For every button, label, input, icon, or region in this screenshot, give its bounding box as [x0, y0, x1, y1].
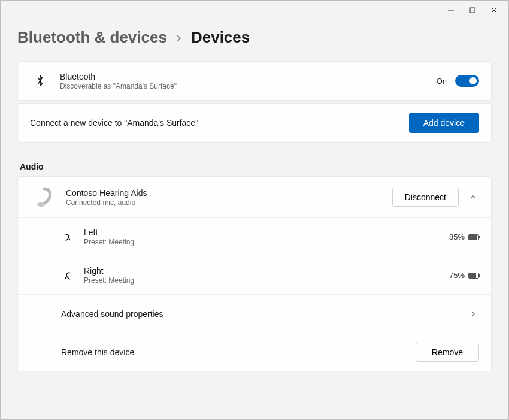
battery-fill — [469, 235, 477, 240]
svg-point-5 — [69, 238, 70, 240]
section-audio-label: Audio — [20, 162, 492, 171]
battery-icon — [468, 234, 479, 240]
bluetooth-sub: Discoverable as "Amanda's Surface" — [60, 82, 427, 90]
window-titlebar — [1, 1, 508, 20]
minimize-button[interactable] — [440, 2, 462, 19]
left-ear-label: Left — [84, 228, 440, 237]
svg-rect-1 — [470, 8, 475, 13]
bluetooth-state-label: On — [437, 77, 447, 86]
add-device-button[interactable]: Add device — [409, 113, 479, 133]
svg-point-6 — [65, 277, 66, 278]
hearing-aid-icon — [30, 185, 56, 209]
right-ear-row: Right Preset: Meeting 75% — [18, 256, 491, 294]
advanced-sound-row[interactable]: Advanced sound properties — [18, 294, 491, 333]
svg-point-4 — [37, 202, 44, 207]
advanced-sound-label: Advanced sound properties — [61, 309, 458, 319]
bluetooth-title: Bluetooth — [60, 72, 427, 81]
left-ear-row: Left Preset: Meeting 85% — [18, 217, 491, 256]
add-device-card: Connect a new device to "Amanda's Surfac… — [17, 103, 492, 143]
close-button[interactable] — [483, 2, 505, 19]
breadcrumb: Bluetooth & devices Devices — [17, 28, 492, 47]
left-battery-label: 85% — [449, 232, 465, 241]
page-title: Devices — [191, 28, 250, 47]
remove-device-row: Remove this device Remove — [18, 333, 491, 371]
add-device-prompt: Connect a new device to "Amanda's Surfac… — [30, 118, 399, 128]
chevron-up-icon[interactable] — [467, 194, 479, 201]
device-name: Contoso Hearing Aids — [66, 188, 383, 198]
remove-button[interactable]: Remove — [416, 343, 479, 362]
breadcrumb-parent[interactable]: Bluetooth & devices — [17, 28, 167, 47]
bluetooth-icon — [30, 74, 50, 87]
maximize-button[interactable] — [462, 2, 483, 19]
battery-fill — [469, 273, 476, 278]
ear-left-icon — [61, 232, 74, 242]
battery-icon — [468, 273, 479, 279]
bluetooth-toggle[interactable] — [455, 75, 479, 87]
right-battery-label: 75% — [449, 271, 465, 280]
left-ear-preset: Preset: Meeting — [84, 238, 440, 246]
bluetooth-card: Bluetooth Discoverable as "Amanda's Surf… — [17, 61, 492, 101]
device-header-row[interactable]: Contoso Hearing Aids Connected mic, audi… — [18, 177, 491, 217]
right-ear-label: Right — [84, 266, 440, 276]
chevron-right-icon — [467, 310, 479, 318]
ear-right-icon — [61, 271, 74, 280]
remove-device-label: Remove this device — [61, 348, 406, 357]
right-ear-preset: Preset: Meeting — [84, 276, 440, 285]
left-battery: 85% — [449, 232, 479, 241]
device-status: Connected mic, audio — [66, 198, 383, 207]
chevron-right-icon — [175, 34, 183, 45]
disconnect-button[interactable]: Disconnect — [392, 188, 459, 207]
right-battery: 75% — [449, 271, 479, 280]
audio-device-card: Contoso Hearing Aids Connected mic, audi… — [17, 176, 492, 371]
